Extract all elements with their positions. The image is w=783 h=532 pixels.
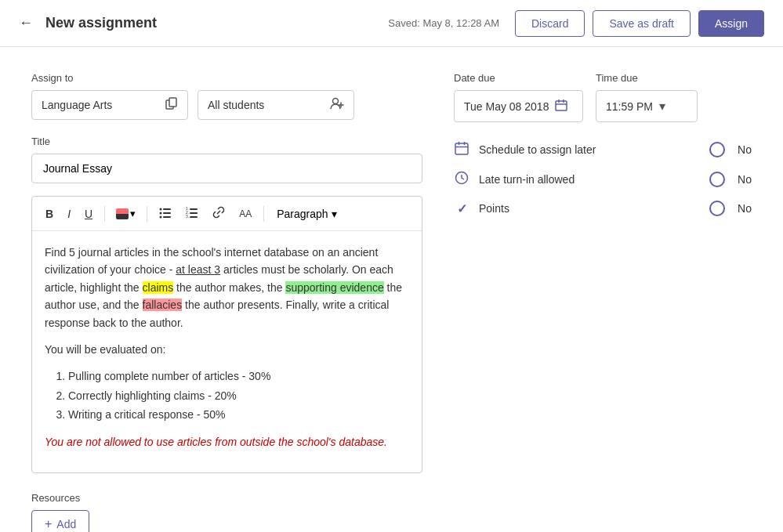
title-label: Title [31, 136, 422, 147]
class-selector[interactable]: Language Arts [31, 90, 188, 120]
add-label: Add [56, 518, 76, 530]
svg-rect-6 [163, 208, 171, 210]
resources-section: Resources + Add [31, 492, 422, 532]
date-field: Date due Tue May 08 2018 [454, 72, 583, 122]
checkmark-icon: ✓ [454, 201, 469, 216]
late-turnin-value: No [738, 173, 752, 186]
svg-rect-14 [190, 212, 198, 214]
title-input[interactable] [31, 154, 422, 183]
time-due-label: Time due [596, 72, 698, 84]
toolbar-divider-3 [263, 206, 264, 222]
right-panel: Date due Tue May 08 2018 Time due [454, 72, 752, 532]
time-field: Time due 11:59 PM ▾ [596, 72, 698, 122]
page-title: New assignment [45, 15, 388, 31]
date-value: Tue May 08 2018 [464, 100, 549, 113]
students-selector[interactable]: All students [198, 90, 354, 120]
editor-toolbar: B I U ▾ 1. [32, 197, 422, 231]
paragraph-chevron-icon: ▾ [332, 208, 337, 220]
date-due-label: Date due [454, 72, 583, 84]
paragraph-label: Paragraph [277, 208, 328, 220]
svg-rect-16 [190, 216, 198, 218]
late-turnin-radio[interactable] [709, 172, 725, 187]
clock-icon [454, 171, 469, 188]
assign-button[interactable]: Assign [698, 10, 764, 37]
class-value: Language Arts [42, 99, 159, 111]
points-option-row: ✓ Points No [454, 201, 752, 216]
underline-button[interactable]: U [79, 204, 98, 223]
add-resource-button[interactable]: + Add [31, 510, 89, 532]
svg-point-7 [160, 212, 162, 215]
eval-item-1: Pulling complete number of articles - 30… [68, 367, 409, 385]
svg-rect-12 [190, 208, 198, 210]
svg-rect-1 [169, 98, 176, 107]
evaluation-list: Pulling complete number of articles - 30… [68, 367, 409, 423]
eval-item-3: Writing a critical response - 50% [68, 406, 409, 423]
assign-to-label: Assign to [31, 72, 422, 84]
svg-text:3.: 3. [186, 214, 189, 219]
discard-button[interactable]: Discard [515, 10, 585, 37]
editor-container: B I U ▾ 1. [31, 196, 422, 473]
svg-rect-21 [455, 143, 468, 154]
schedule-label: Schedule to assign later [479, 143, 700, 156]
italic-button[interactable]: I [62, 204, 76, 223]
highlight-button[interactable]: ▾ [111, 204, 140, 223]
points-value: No [738, 202, 752, 215]
number-list-button[interactable]: 1. 2. 3. [180, 203, 204, 224]
bullet-list-button[interactable] [154, 203, 177, 224]
highlight-claims: claims [143, 281, 174, 294]
points-radio[interactable] [709, 201, 725, 216]
highlight-chevron: ▾ [130, 208, 136, 219]
svg-point-9 [160, 216, 162, 219]
eval-item-2: Correctly highlighting claims - 20% [68, 387, 409, 404]
resources-label: Resources [31, 492, 422, 504]
date-picker[interactable]: Tue May 08 2018 [454, 90, 583, 122]
copy-icon [165, 97, 178, 113]
highlight-evidence: supporting evidence [285, 281, 383, 294]
bold-button[interactable]: B [40, 204, 59, 223]
saved-status: Saved: May 8, 12:28 AM [388, 17, 499, 29]
time-chevron-icon: ▾ [659, 99, 665, 114]
schedule-value: No [738, 143, 752, 156]
underline-atleast3: at least 3 [176, 263, 220, 276]
plus-icon: + [45, 517, 52, 531]
points-label: Points [479, 202, 700, 215]
svg-point-5 [160, 208, 162, 211]
svg-rect-17 [556, 101, 567, 110]
link-button[interactable] [207, 203, 230, 224]
late-turnin-option-row: Late turn-in allowed No [454, 171, 752, 188]
calendar-icon [555, 99, 567, 114]
time-value: 11:59 PM [606, 100, 653, 113]
add-student-icon [330, 97, 344, 113]
options-list: Schedule to assign later No Late turn-in… [454, 141, 752, 216]
editor-body[interactable]: Find 5 journal articles in the school's … [32, 231, 422, 472]
svg-point-2 [333, 99, 339, 104]
editor-warning: You are not allowed to use articles from… [45, 433, 409, 451]
save-draft-button[interactable]: Save as draft [593, 10, 691, 37]
students-value: All students [208, 99, 324, 111]
toolbar-divider-2 [147, 206, 147, 222]
title-section: Title [31, 136, 422, 183]
back-button[interactable]: ← [19, 15, 33, 31]
toolbar-divider-1 [104, 206, 105, 222]
left-panel: Assign to Language Arts All students [31, 72, 422, 532]
font-size-button[interactable]: AA [234, 205, 257, 223]
back-arrow-icon: ← [19, 15, 33, 31]
editor-paragraph-2: You will be evaluated on: [45, 341, 409, 358]
assign-to-row: Language Arts All students [31, 90, 422, 120]
schedule-option-row: Schedule to assign later No [454, 141, 752, 158]
late-turnin-label: Late turn-in allowed [479, 173, 700, 186]
svg-rect-10 [163, 216, 171, 218]
paragraph-style-selector[interactable]: Paragraph ▾ [270, 204, 343, 223]
header: ← New assignment Saved: May 8, 12:28 AM … [0, 0, 783, 47]
highlight-marker-icon [116, 208, 129, 219]
svg-rect-8 [163, 212, 171, 214]
content-area: Assign to Language Arts All students [0, 47, 783, 532]
editor-paragraph-1: Find 5 journal articles in the school's … [45, 244, 409, 331]
highlight-fallacies: fallacies [143, 299, 183, 311]
assign-to-section: Assign to Language Arts All students [31, 72, 422, 120]
time-picker[interactable]: 11:59 PM ▾ [596, 90, 698, 122]
schedule-icon [454, 141, 469, 158]
date-time-row: Date due Tue May 08 2018 Time due [454, 72, 752, 122]
schedule-radio[interactable] [709, 142, 725, 157]
